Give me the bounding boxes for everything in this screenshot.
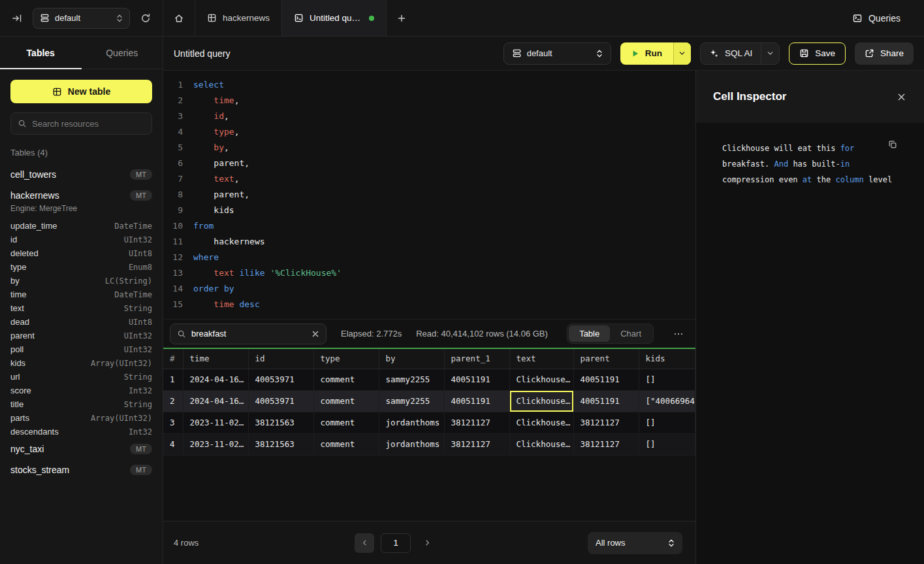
results-cell[interactable]: []	[639, 369, 695, 390]
results-cell[interactable]: Clickhouse…	[509, 369, 573, 390]
share-button[interactable]: Share	[855, 42, 914, 65]
results-cell[interactable]: []	[639, 412, 695, 433]
line-number: 4	[163, 124, 183, 140]
sidebar-table-item[interactable]: nyc_taxiMT	[0, 439, 163, 459]
results-cell[interactable]: 40053971	[248, 390, 313, 412]
query-database-selector[interactable]: default	[503, 42, 611, 65]
view-toggle-table[interactable]: Table	[569, 325, 610, 342]
results-column-header[interactable]: time	[183, 349, 248, 369]
results-column-header[interactable]: text	[509, 349, 573, 369]
results-cell[interactable]: jordanthoms	[379, 433, 444, 455]
results-cell[interactable]: comment	[313, 390, 379, 412]
results-cell[interactable]: 2023-11-02…	[183, 433, 248, 455]
sparkles-icon	[709, 48, 719, 58]
results-cell[interactable]: 40051191	[573, 369, 639, 390]
results-column-header[interactable]: kids	[639, 349, 695, 369]
results-cell[interactable]: 4	[163, 433, 183, 455]
results-cell[interactable]: comment	[313, 369, 379, 390]
results-cell[interactable]: 38121127	[573, 412, 639, 433]
sql-ai-button[interactable]: SQL AI	[701, 43, 761, 64]
results-search[interactable]	[170, 323, 327, 344]
line-number: 1	[163, 77, 183, 93]
tab-hackernews[interactable]: hackernews	[195, 0, 282, 36]
resource-search-input[interactable]	[32, 119, 147, 129]
new-tab-button[interactable]	[387, 0, 417, 36]
results-row[interactable]: 32023-11-02…38121563commentjordanthoms38…	[163, 412, 695, 433]
results-column-header[interactable]: id	[248, 349, 313, 369]
run-options-dropdown[interactable]	[673, 42, 691, 65]
results-cell[interactable]: []	[639, 433, 695, 455]
line-number: 10	[163, 218, 183, 234]
next-page-button[interactable]	[417, 533, 437, 553]
page-size-value: All rows	[596, 538, 626, 548]
resource-search[interactable]	[10, 112, 152, 135]
sidebar-table-item[interactable]: cell_towersMT	[0, 164, 163, 185]
results-cell[interactable]: jordanthoms	[379, 412, 444, 433]
results-column-header[interactable]: parent	[573, 349, 639, 369]
copy-cell-button[interactable]	[888, 140, 897, 149]
more-options-button[interactable]	[668, 329, 689, 339]
results-cell[interactable]: 3	[163, 412, 183, 433]
results-column-header[interactable]: type	[313, 349, 379, 369]
results-cell[interactable]: sammy2255	[379, 369, 444, 390]
sql-ai-button-group: SQL AI	[700, 42, 780, 65]
results-cell[interactable]: 2024-04-16…	[183, 369, 248, 390]
sql-editor[interactable]: 1select2 time,3 id,4 type,5 by,6 parent,…	[163, 71, 695, 319]
save-button[interactable]: Save	[789, 42, 846, 65]
results-cell[interactable]: 2023-11-02…	[183, 412, 248, 433]
close-inspector-button[interactable]	[897, 93, 906, 101]
results-cell[interactable]: 40051191	[573, 390, 639, 412]
results-cell[interactable]: sammy2255	[379, 390, 444, 412]
results-row[interactable]: 12024-04-16…40053971commentsammy22554005…	[163, 369, 695, 390]
tab-untitled-query[interactable]: Untitled qu…	[282, 0, 387, 36]
sidebar-tab-tables[interactable]: Tables	[0, 37, 82, 69]
column-type: DateTime	[114, 222, 152, 231]
results-cell[interactable]: 1	[163, 369, 183, 390]
results-column-header[interactable]: by	[379, 349, 444, 369]
sidebar-tab-queries[interactable]: Queries	[82, 37, 163, 69]
results-cell[interactable]: 38121127	[573, 433, 639, 455]
query-title: Untitled query	[174, 48, 230, 59]
results-column-header[interactable]: parent_1	[444, 349, 509, 369]
results-cell[interactable]: comment	[313, 412, 379, 433]
topbar-database-selector[interactable]: default	[33, 8, 130, 29]
results-cell[interactable]: 2024-04-16…	[183, 390, 248, 412]
table-column-row: update_timeDateTime	[0, 219, 163, 233]
queries-button[interactable]: Queries	[852, 13, 900, 24]
column-name: poll	[10, 344, 24, 354]
results-row[interactable]: 22024-04-16…40053971commentsammy22554005…	[163, 390, 695, 412]
new-table-button[interactable]: New table	[10, 80, 152, 103]
query-database-value: default	[527, 48, 591, 58]
results-cell[interactable]: 38121127	[444, 412, 509, 433]
results-cell[interactable]: 38121127	[444, 433, 509, 455]
sidebar-table-item[interactable]: hackernewsMT	[0, 185, 163, 206]
results-row[interactable]: 42023-11-02…38121563commentjordanthoms38…	[163, 433, 695, 455]
table-column-row: kidsArray(UInt32)	[0, 356, 163, 370]
results-cell[interactable]: Clickhouse…	[509, 433, 573, 455]
sidebar-table-item[interactable]: stocks_streamMT	[0, 459, 163, 480]
results-cell[interactable]: Clickhouse…	[509, 412, 573, 433]
results-cell[interactable]: 38121563	[248, 433, 313, 455]
tab-home[interactable]	[163, 0, 195, 36]
refresh-button[interactable]	[136, 9, 155, 27]
run-button[interactable]: Run	[620, 42, 673, 65]
results-cell[interactable]: 2	[163, 390, 183, 412]
page-number-input[interactable]	[381, 533, 411, 553]
results-cell[interactable]: comment	[313, 433, 379, 455]
collapse-sidebar-button[interactable]	[8, 9, 26, 27]
results-cell[interactable]: 38121563	[248, 412, 313, 433]
results-cell[interactable]: 40051191	[444, 390, 509, 412]
sql-ai-dropdown[interactable]	[761, 43, 779, 64]
results-cell[interactable]: 40051191	[444, 369, 509, 390]
cell-inspector-content: Clickhouse will eat this for breakfast. …	[722, 141, 897, 188]
page-size-selector[interactable]: All rows	[588, 532, 682, 554]
view-toggle-chart[interactable]: Chart	[610, 325, 652, 342]
results-cell[interactable]: 40053971	[248, 369, 313, 390]
results-column-header[interactable]: #	[163, 349, 183, 369]
clear-search-button[interactable]	[311, 328, 319, 340]
results-cell[interactable]: ["40066964…	[639, 390, 695, 412]
results-search-input[interactable]	[191, 329, 306, 339]
save-icon	[799, 48, 809, 58]
prev-page-button[interactable]	[355, 533, 374, 553]
results-cell[interactable]: Clickhouse…	[509, 390, 573, 412]
